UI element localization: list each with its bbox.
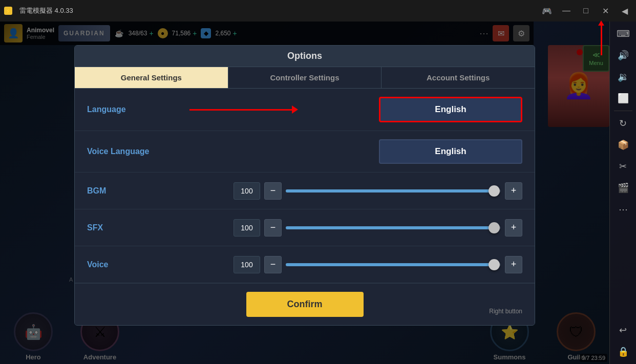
bgm-control: 100 − + (189, 182, 522, 200)
right-sidebar: ⌨ 🔊 🔉 ⬜ ↻ 📦 ✂ 🎬 ⋯ ↩ 🔒 (609, 22, 636, 364)
bgm-label: BGM (87, 186, 189, 196)
sfx-setting-row: SFX 100 − + (75, 209, 535, 246)
video-icon[interactable]: 🎬 (612, 178, 634, 198)
tab-controller-settings[interactable]: Controller Settings (228, 67, 382, 88)
screen-icon[interactable]: ⬜ (612, 88, 634, 109)
keyboard-icon[interactable]: ⌨ (612, 24, 634, 44)
voice-volume-control: 100 − + (234, 256, 522, 273)
language-setting-row: Language English (75, 89, 535, 131)
options-dialog: Options General Settings Controller Sett… (74, 45, 535, 326)
app-icon: ⚡ (4, 7, 12, 15)
voice-language-control: English (189, 139, 522, 164)
tab-account-settings[interactable]: Account Settings (381, 67, 535, 88)
sfx-label: SFX (87, 223, 189, 232)
bgm-slider[interactable] (286, 182, 501, 200)
voice-slider[interactable] (286, 256, 501, 273)
sfx-thumb[interactable] (489, 222, 500, 233)
maximize-button[interactable]: □ (577, 0, 595, 22)
voice-language-setting-row: Voice Language English (75, 131, 535, 173)
app-title: 雷電模擬器 4.0.33 (19, 6, 538, 15)
language-control: English (189, 97, 522, 122)
refresh-icon[interactable]: ↻ (612, 113, 634, 134)
more-tools-icon[interactable]: ⋯ (612, 199, 634, 220)
modal-overlay: Options General Settings Controller Sett… (0, 22, 609, 364)
dialog-content: Language English Voice Language (75, 89, 535, 283)
voice-control: 100 − + (189, 256, 522, 273)
sfx-increase-button[interactable]: + (505, 219, 522, 237)
bgm-value: 100 (234, 182, 260, 200)
voice-setting-row: Voice 100 − + (75, 246, 535, 283)
bgm-increase-button[interactable]: + (505, 182, 522, 200)
voice-thumb[interactable] (489, 259, 500, 270)
confirm-button[interactable]: Confirm (246, 292, 364, 317)
language-button[interactable]: English (379, 97, 522, 122)
back-button[interactable]: ◀ (616, 0, 634, 22)
window-controls: 🎮 — □ ✕ ◀ (538, 0, 634, 22)
voice-value: 100 (234, 256, 260, 273)
voice-track (286, 263, 501, 266)
voice-decrease-button[interactable]: − (264, 256, 282, 273)
gamepad-icon[interactable]: 🎮 (538, 0, 556, 22)
sfx-fill (286, 226, 492, 229)
voice-language-button[interactable]: English (379, 139, 522, 164)
volume-down-icon[interactable]: 🔉 (612, 67, 634, 87)
sfx-slider[interactable] (286, 219, 501, 237)
bgm-fill (286, 189, 492, 192)
voice-label: Voice (87, 260, 189, 269)
voice-increase-button[interactable]: + (505, 256, 522, 273)
footer-hint: Right button (489, 308, 522, 315)
sfx-value: 100 (234, 219, 260, 237)
dialog-tabs: General Settings Controller Settings Acc… (75, 67, 535, 89)
dialog-title: Options (75, 46, 535, 67)
dialog-footer: Confirm Right button (75, 283, 535, 325)
language-label: Language (87, 105, 189, 114)
minimize-button[interactable]: — (557, 0, 576, 22)
undo-icon[interactable]: ↩ (612, 320, 634, 340)
sfx-decrease-button[interactable]: − (264, 219, 282, 237)
volume-up-icon[interactable]: 🔊 (612, 45, 634, 66)
close-button[interactable]: ✕ (596, 0, 614, 22)
bgm-volume-control: 100 − + (234, 182, 522, 200)
tab-general-settings[interactable]: General Settings (75, 67, 228, 88)
emulator-titlebar: ⚡ 雷電模擬器 4.0.33 🎮 — □ ✕ ◀ (0, 0, 636, 22)
cut-icon[interactable]: ✂ (612, 156, 634, 177)
bgm-decrease-button[interactable]: − (264, 182, 282, 200)
bgm-track (286, 189, 501, 192)
lock-icon[interactable]: 🔒 (612, 341, 634, 362)
sfx-volume-control: 100 − + (234, 219, 522, 237)
language-arrow (189, 105, 379, 114)
sidebar-divider (614, 111, 632, 111)
voice-language-label: Voice Language (87, 147, 189, 156)
sfx-track (286, 226, 501, 229)
arrow-line (189, 109, 292, 111)
voice-fill (286, 263, 492, 266)
bgm-setting-row: BGM 100 − + (75, 173, 535, 209)
arrow-head (292, 105, 298, 114)
apk-icon[interactable]: 📦 (612, 135, 634, 155)
bgm-thumb[interactable] (489, 185, 500, 197)
sfx-control: 100 − + (189, 219, 522, 237)
